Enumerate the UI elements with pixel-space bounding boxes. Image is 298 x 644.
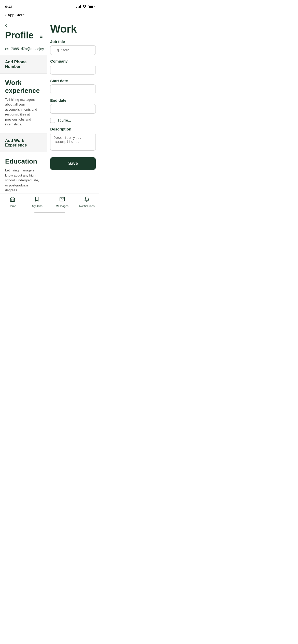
currently-work-label: I curre... <box>58 118 71 122</box>
start-date-label: Start date <box>50 79 96 83</box>
home-icon <box>10 196 15 203</box>
add-work-experience-button[interactable]: Add Work Experience <box>0 134 47 152</box>
education-desc: Let hiring managers know about any high … <box>5 168 42 193</box>
email-address: 70851d7a@moodjoy.com <box>11 47 47 51</box>
job-title-label: Job title <box>50 39 96 44</box>
currently-work-row: I curre... <box>50 118 96 123</box>
status-time: 9:41 <box>5 5 13 9</box>
bookmark-icon <box>34 196 40 203</box>
job-title-group: Job title <box>50 39 96 55</box>
nav-my-jobs-label: My Jobs <box>32 204 43 208</box>
bell-icon <box>84 196 90 203</box>
status-icons <box>76 5 94 9</box>
nav-item-my-jobs[interactable]: My Jobs <box>25 196 50 208</box>
home-indicator <box>34 212 65 213</box>
description-group: Description <box>50 127 96 152</box>
app-store-label: App Store <box>8 13 25 17</box>
bottom-nav: Home My Jobs Messages Notifications <box>0 194 99 215</box>
nav-notifications-label: Notifications <box>79 204 94 208</box>
work-experience-title: Work experience <box>5 79 42 95</box>
save-button[interactable]: Save <box>50 157 96 170</box>
nav-item-home[interactable]: Home <box>0 196 25 208</box>
status-bar: 9:41 <box>0 0 99 11</box>
education-section: Education Let hiring managers know about… <box>0 152 47 193</box>
description-input[interactable] <box>50 133 96 151</box>
start-date-group: Start date <box>50 79 96 94</box>
app-store-back[interactable]: ‹ App Store <box>0 11 99 20</box>
battery-icon <box>88 5 94 8</box>
job-title-input[interactable] <box>50 45 96 55</box>
nav-item-notifications[interactable]: Notifications <box>75 196 100 208</box>
nav-messages-label: Messages <box>56 204 69 208</box>
signal-icon <box>76 5 81 8</box>
work-experience-desc: Tell hiring managers about all your acco… <box>5 97 42 127</box>
end-date-input[interactable] <box>50 104 96 114</box>
nav-header: ‹ ≡ <box>0 20 47 30</box>
end-date-group: End date <box>50 98 96 114</box>
right-panel: Work Job title Company Start date End da… <box>47 20 99 193</box>
company-label: Company <box>50 59 96 63</box>
email-row: ✉ 70851d7a@moodjoy.com <box>0 43 47 55</box>
nav-home-label: Home <box>9 204 16 208</box>
envelope-icon <box>59 196 65 203</box>
company-group: Company <box>50 59 96 75</box>
nav-item-messages[interactable]: Messages <box>50 196 75 208</box>
main-content: ‹ ≡ Profile ✉ 70851d7a@moodjoy.com Add P… <box>0 20 99 193</box>
list-icon[interactable]: ≡ <box>40 34 43 40</box>
back-button[interactable]: ‹ <box>5 22 7 29</box>
end-date-label: End date <box>50 98 96 103</box>
right-panel-title: Work <box>50 24 96 34</box>
description-label: Description <box>50 127 96 131</box>
add-phone-button[interactable]: Add Phone Number <box>0 55 47 74</box>
back-arrow-icon: ‹ <box>5 12 7 18</box>
wifi-icon <box>83 5 87 9</box>
left-panel: ‹ ≡ Profile ✉ 70851d7a@moodjoy.com Add P… <box>0 20 47 193</box>
currently-work-checkbox[interactable] <box>50 118 55 123</box>
education-title: Education <box>5 157 42 165</box>
email-icon: ✉ <box>5 47 8 51</box>
add-work-experience-label: Add Work Experience <box>5 138 42 148</box>
company-input[interactable] <box>50 65 96 75</box>
work-experience-section: Work experience Tell hiring managers abo… <box>0 74 47 134</box>
start-date-input[interactable] <box>50 84 96 94</box>
add-phone-label: Add Phone Number <box>5 60 42 69</box>
